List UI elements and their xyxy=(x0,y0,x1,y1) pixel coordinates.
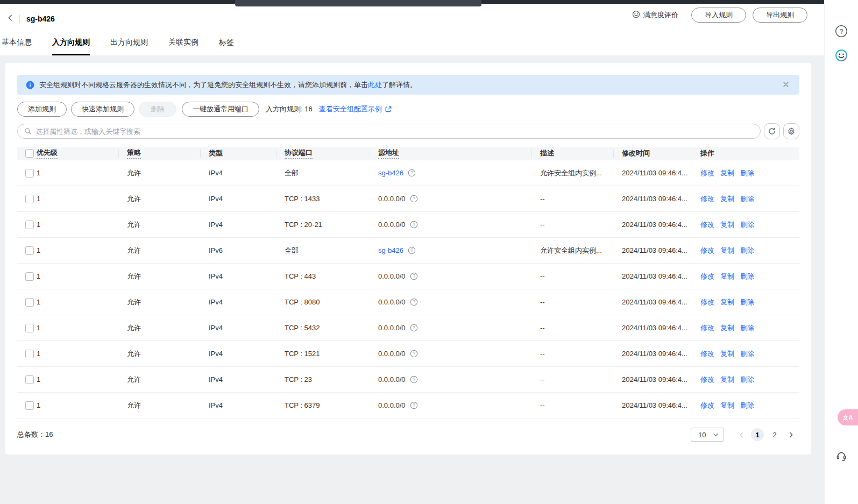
select-all-checkbox[interactable] xyxy=(25,149,34,158)
help-circle-icon[interactable]: ? xyxy=(410,221,418,229)
delete-link[interactable]: 删除 xyxy=(740,349,754,359)
copy-link[interactable]: 复制 xyxy=(720,349,734,359)
help-circle-icon[interactable]: ? xyxy=(410,324,418,332)
row-checkbox[interactable] xyxy=(25,246,34,255)
import-rules-button[interactable]: 导入规则 xyxy=(691,8,746,23)
column-header-2[interactable]: 策略 xyxy=(127,148,141,159)
cell-operations: 修改复制删除 xyxy=(692,168,799,178)
delete-link[interactable]: 删除 xyxy=(740,297,754,307)
table-row: 1允许IPv4TCP : 4430.0.0.0/0?--2024/11/03 0… xyxy=(17,264,799,289)
column-header-1[interactable]: 优先级 xyxy=(37,148,58,159)
translate-button[interactable]: 文A xyxy=(838,409,858,425)
copy-link[interactable]: 复制 xyxy=(720,220,734,230)
modify-link[interactable]: 修改 xyxy=(700,401,714,410)
copy-link[interactable]: 复制 xyxy=(720,401,734,410)
modify-link[interactable]: 修改 xyxy=(700,375,714,385)
delete-link[interactable]: 删除 xyxy=(740,246,754,255)
help-circle-icon[interactable]: ? xyxy=(410,272,418,280)
cell-policy: 允许 xyxy=(118,272,200,281)
satisfaction-label: 满意度评价 xyxy=(643,10,678,20)
info-banner: 安全组规则对不同规格云服务器的生效情况不同，为了避免您的安全组规则不生效，请您添… xyxy=(17,75,799,95)
tab-2[interactable]: 出方向规则 xyxy=(110,38,148,55)
cell-modified-time: 2024/11/03 09:46:4... xyxy=(613,298,692,306)
delete-link[interactable]: 删除 xyxy=(740,168,754,178)
modify-link[interactable]: 修改 xyxy=(700,297,714,307)
delete-link[interactable]: 删除 xyxy=(740,272,754,281)
next-page-button[interactable] xyxy=(785,429,797,441)
delete-link[interactable]: 删除 xyxy=(740,220,754,230)
export-rules-button[interactable]: 导出规则 xyxy=(753,8,807,23)
copy-link[interactable]: 复制 xyxy=(720,375,734,385)
copy-link[interactable]: 复制 xyxy=(720,246,734,255)
modify-link[interactable]: 修改 xyxy=(700,168,714,178)
page-button-2[interactable]: 2 xyxy=(768,428,781,441)
cell-source: 0.0.0.0/0? xyxy=(370,195,531,203)
add-rule-button[interactable]: 添加规则 xyxy=(17,102,67,117)
satisfaction-button[interactable]: 满意度评价 xyxy=(632,10,678,20)
modify-link[interactable]: 修改 xyxy=(700,220,714,230)
help-circle-icon[interactable]: ? xyxy=(410,350,418,358)
row-checkbox[interactable] xyxy=(25,221,34,229)
row-checkbox[interactable] xyxy=(25,272,34,281)
refresh-button[interactable] xyxy=(764,123,780,139)
copy-link[interactable]: 复制 xyxy=(720,323,734,333)
tab-0[interactable]: 基本信息 xyxy=(2,38,32,55)
help-circle-icon[interactable]: ? xyxy=(410,195,418,203)
back-button[interactable] xyxy=(2,11,18,27)
delete-link[interactable]: 删除 xyxy=(740,323,754,333)
tab-1[interactable]: 入方向规则 xyxy=(52,38,90,55)
row-checkbox[interactable] xyxy=(25,350,34,358)
delete-link[interactable]: 删除 xyxy=(740,194,754,204)
copy-link[interactable]: 复制 xyxy=(720,194,734,204)
open-common-ports-button[interactable]: 一键放通常用端口 xyxy=(182,102,259,117)
row-checkbox[interactable] xyxy=(25,324,34,332)
column-header-5[interactable]: 源地址 xyxy=(378,148,399,159)
banner-close-button[interactable] xyxy=(782,81,790,88)
help-button[interactable]: ? xyxy=(834,24,848,38)
source-link[interactable]: sg-b426 xyxy=(378,169,403,177)
help-circle-icon[interactable]: ? xyxy=(410,401,418,409)
modify-link[interactable]: 修改 xyxy=(700,272,714,281)
column-settings-button[interactable] xyxy=(783,123,799,139)
cell-priority: 1 xyxy=(37,401,118,409)
row-checkbox[interactable] xyxy=(25,169,34,178)
cell-priority: 1 xyxy=(37,272,118,280)
copy-link[interactable]: 复制 xyxy=(720,168,734,178)
help-circle-icon[interactable]: ? xyxy=(410,375,418,384)
column-header-4[interactable]: 协议端口 xyxy=(285,148,313,159)
cell-modified-time: 2024/11/03 09:46:4... xyxy=(613,375,692,384)
copy-link[interactable]: 复制 xyxy=(720,272,734,281)
tab-4[interactable]: 标签 xyxy=(219,38,234,55)
page-button-1[interactable]: 1 xyxy=(751,428,764,441)
source-link[interactable]: sg-b426 xyxy=(378,246,403,254)
cell-source: 0.0.0.0/0? xyxy=(370,401,531,409)
right-side-panel: ? 文A xyxy=(824,0,858,504)
delete-link[interactable]: 删除 xyxy=(740,401,754,410)
delete-link[interactable]: 删除 xyxy=(740,375,754,385)
banner-detail-link[interactable]: 此处 xyxy=(368,81,382,89)
modify-link[interactable]: 修改 xyxy=(700,349,714,359)
row-checkbox[interactable] xyxy=(25,375,34,384)
feedback-smiley-button[interactable] xyxy=(834,48,848,62)
support-headset-button[interactable] xyxy=(835,449,848,462)
modify-link[interactable]: 修改 xyxy=(700,194,714,204)
tab-3[interactable]: 关联实例 xyxy=(168,38,198,55)
modify-link[interactable]: 修改 xyxy=(700,323,714,333)
cell-operations: 修改复制删除 xyxy=(692,349,799,359)
prev-page-button[interactable] xyxy=(735,429,747,441)
row-checkbox[interactable] xyxy=(25,401,34,410)
delete-button[interactable]: 删除 xyxy=(139,102,176,117)
quick-add-rule-button[interactable]: 快速添加规则 xyxy=(71,102,134,117)
source-value-wrap: 0.0.0.0/0? xyxy=(378,272,418,280)
row-checkbox[interactable] xyxy=(25,195,34,203)
row-checkbox[interactable] xyxy=(25,298,34,307)
search-box[interactable] xyxy=(17,124,761,139)
help-circle-icon[interactable]: ? xyxy=(408,169,416,177)
config-example-link[interactable]: 查看安全组配置示例 xyxy=(319,104,392,114)
search-input[interactable] xyxy=(36,127,754,136)
help-circle-icon[interactable]: ? xyxy=(410,298,418,306)
modify-link[interactable]: 修改 xyxy=(700,246,714,255)
help-circle-icon[interactable]: ? xyxy=(408,246,416,254)
copy-link[interactable]: 复制 xyxy=(720,297,734,307)
page-size-select[interactable]: 10 xyxy=(691,428,724,442)
